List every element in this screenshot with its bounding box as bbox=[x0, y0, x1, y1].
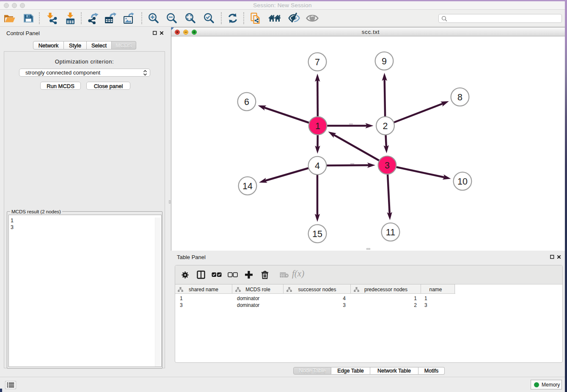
svg-text:15: 15 bbox=[312, 229, 322, 239]
svg-text:11: 11 bbox=[386, 227, 395, 237]
svg-text:4: 4 bbox=[315, 161, 320, 171]
svg-text:9: 9 bbox=[382, 56, 387, 66]
svg-text:14: 14 bbox=[242, 181, 253, 191]
svg-text:10: 10 bbox=[457, 177, 468, 187]
svg-text:6: 6 bbox=[244, 97, 249, 107]
svg-text:8: 8 bbox=[457, 92, 462, 102]
svg-text:2: 2 bbox=[383, 121, 388, 131]
svg-text:7: 7 bbox=[315, 57, 320, 67]
svg-text:3: 3 bbox=[385, 160, 390, 171]
svg-text:1: 1 bbox=[315, 121, 320, 131]
